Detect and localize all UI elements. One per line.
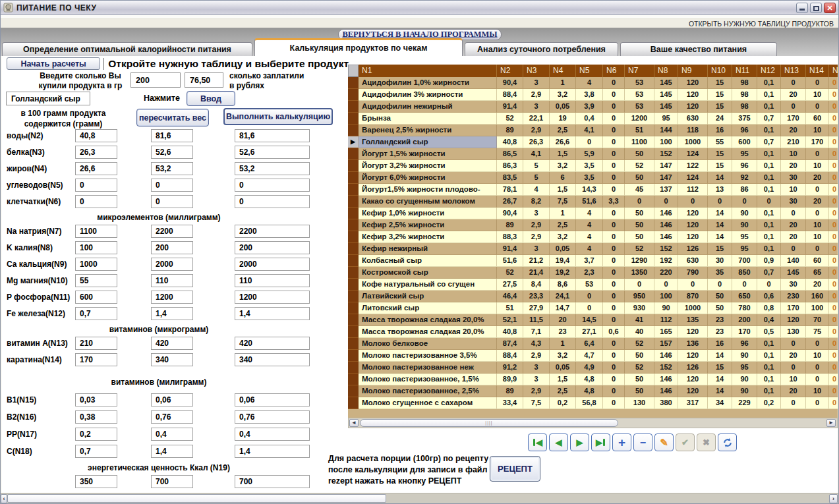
product-value-cell[interactable]: 112 (654, 314, 678, 326)
nav-first-button[interactable]: ◀ (528, 434, 547, 451)
product-value-cell[interactable]: 0,4 (757, 314, 781, 326)
product-value-cell[interactable]: 0 (603, 148, 625, 160)
product-value-cell[interactable]: 165 (654, 326, 678, 338)
product-value-cell[interactable]: 145 (781, 267, 806, 279)
product-value-cell[interactable]: 317 (678, 397, 708, 409)
product-value-cell[interactable]: 4,1 (523, 148, 550, 160)
product-value-cell[interactable]: 52 (625, 243, 654, 255)
tab-2[interactable]: Калькуляция продуктов по чекам (254, 38, 463, 56)
product-value-cell[interactable]: 157 (654, 338, 678, 350)
product-value-cell[interactable]: 89 (497, 219, 523, 231)
nutrient-value-input[interactable]: 600 (75, 291, 117, 304)
product-value-cell[interactable]: 2,9 (523, 231, 550, 243)
product-value-cell[interactable]: 2,9 (523, 219, 550, 231)
product-value-cell[interactable]: 30 (781, 172, 806, 184)
product-value-cell[interactable]: 0 (781, 77, 806, 89)
nutrient-value-input[interactable]: 1200 (235, 291, 310, 304)
product-value-cell[interactable]: 2,9 (523, 89, 550, 101)
product-value-cell[interactable]: 3 (523, 243, 550, 255)
product-value-cell[interactable]: 0,1 (757, 374, 781, 385)
product-value-cell[interactable]: 4,3 (523, 338, 550, 350)
nutrient-value-input[interactable]: 53,2 (235, 162, 310, 175)
grid-column-header[interactable]: N3 (523, 65, 550, 77)
product-value-cell[interactable]: 10 (806, 160, 829, 172)
nav-post-button[interactable]: ✔ (676, 434, 695, 451)
grid-column-header[interactable]: N5 (576, 65, 603, 77)
nutrient-value-input[interactable]: 40,8 (75, 129, 117, 142)
grid-column-header[interactable]: N2 (497, 65, 523, 77)
product-value-cell[interactable]: 26,7 (497, 196, 523, 208)
product-value-cell[interactable]: 600 (732, 136, 757, 148)
product-value-cell[interactable]: 52,1 (497, 314, 523, 326)
product-value-cell[interactable]: 0 (654, 279, 678, 291)
product-value-cell[interactable]: 3,5 (576, 172, 603, 184)
product-value-cell[interactable]: 100 (654, 136, 678, 148)
product-value-cell[interactable]: 0 (603, 350, 625, 362)
product-value-cell[interactable]: 16 (708, 338, 732, 350)
product-value-cell[interactable]: 3,5 (576, 160, 603, 172)
product-value-cell[interactable]: 0 (603, 89, 625, 101)
product-value-cell[interactable]: 136 (678, 338, 708, 350)
product-row[interactable]: Молоко белковое87,44,316,405215713616960… (348, 338, 838, 350)
nutrient-value-input[interactable]: 1200 (151, 291, 193, 304)
product-value-cell[interactable]: 20 (806, 279, 829, 291)
product-value-cell[interactable]: 0 (806, 208, 829, 219)
product-value-cell[interactable]: 90,4 (497, 208, 523, 219)
product-value-cell[interactable]: 20 (806, 172, 829, 184)
product-value-cell[interactable]: 4,8 (576, 385, 603, 397)
nutrient-value-input[interactable]: 1,4 (151, 307, 193, 320)
product-value-cell[interactable]: 4,9 (576, 362, 603, 374)
product-value-cell[interactable]: 0 (806, 374, 829, 385)
product-value-cell[interactable]: 120 (678, 326, 708, 338)
product-row[interactable]: Йогурт 6,0% жирности83,5563,505014712414… (348, 172, 838, 184)
perform-calculation-button[interactable]: Выполнить калькуляцию (223, 108, 333, 125)
product-value-cell[interactable]: 20 (781, 125, 806, 136)
nutrient-value-input[interactable]: 0,76 (235, 410, 310, 424)
product-value-cell[interactable]: 112 (678, 184, 708, 196)
product-value-cell[interactable]: 4 (576, 208, 603, 219)
nutrient-value-input[interactable]: 53,2 (151, 162, 193, 175)
nav-last-button[interactable]: ▶ (591, 434, 610, 451)
product-value-cell[interactable]: 10 (781, 184, 806, 196)
product-value-cell[interactable]: 15 (708, 89, 732, 101)
product-value-cell[interactable]: 50 (708, 302, 732, 314)
product-value-cell[interactable]: 170 (781, 113, 806, 125)
product-name-cell[interactable]: Ацидофилин нежирный (359, 101, 497, 113)
product-value-cell[interactable]: 2,9 (523, 125, 550, 136)
product-value-cell[interactable]: 14,5 (576, 314, 603, 326)
product-value-cell[interactable]: 200 (732, 314, 757, 326)
product-value-cell[interactable]: 23 (708, 326, 732, 338)
nutrient-value-input[interactable]: 2000 (151, 258, 193, 271)
product-value-cell[interactable]: 20 (806, 196, 829, 208)
nutrient-value-input[interactable]: 0 (151, 195, 193, 208)
product-value-cell[interactable]: 2,5 (550, 219, 576, 231)
product-value-cell[interactable]: 4 (576, 77, 603, 89)
product-value-cell[interactable]: 90 (732, 350, 757, 362)
close-button[interactable]: ✕ (824, 3, 836, 13)
product-value-cell[interactable]: 0 (678, 196, 708, 208)
product-value-cell[interactable]: 126 (678, 362, 708, 374)
product-value-cell[interactable]: 1 (550, 208, 576, 219)
product-value-cell[interactable]: 4,1 (576, 125, 603, 136)
grid-scroll-thumb[interactable]: |||| (360, 419, 618, 427)
product-value-cell[interactable]: 0 (603, 113, 625, 125)
product-value-cell[interactable]: 100 (806, 302, 829, 314)
product-value-cell[interactable]: 26,3 (523, 136, 550, 148)
product-value-cell[interactable]: 40 (625, 326, 654, 338)
nutrient-value-input[interactable]: 110 (235, 274, 310, 287)
product-value-cell[interactable]: 0 (781, 338, 806, 350)
product-value-cell[interactable]: 146 (654, 208, 678, 219)
product-name-cell[interactable]: Молоко пастеризованное неж (359, 362, 497, 374)
product-value-cell[interactable]: 0,7 (757, 136, 781, 148)
product-value-cell[interactable]: 0,1 (757, 184, 781, 196)
product-value-cell[interactable]: 0,2 (550, 397, 576, 409)
product-value-cell[interactable]: 91,4 (497, 101, 523, 113)
product-value-cell[interactable]: 10 (806, 385, 829, 397)
product-value-cell[interactable]: 3,7 (576, 255, 603, 267)
grid-column-header[interactable]: N11 (732, 65, 757, 77)
product-value-cell[interactable]: 53 (625, 77, 654, 89)
nutrient-value-input[interactable]: 81,6 (235, 129, 310, 142)
product-value-cell[interactable]: 14 (708, 374, 732, 385)
product-value-cell[interactable]: 0 (603, 231, 625, 243)
product-value-cell[interactable]: 22,1 (523, 113, 550, 125)
